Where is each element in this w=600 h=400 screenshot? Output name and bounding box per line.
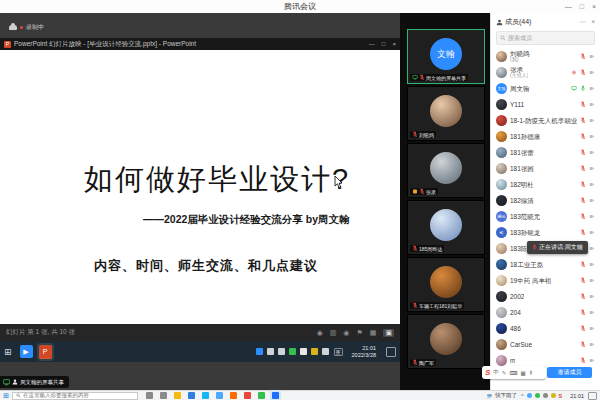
screen-share-icon [571, 85, 577, 92]
member-row[interactable]: Y111 [491, 96, 600, 112]
slideshow-control-icon[interactable]: ⚑ [356, 329, 362, 337]
member-row[interactable]: 486 [491, 320, 600, 336]
sogou-tool-icon[interactable]: 中 [493, 369, 499, 376]
panel-more-icon[interactable]: ⋯ [580, 18, 587, 26]
video-tile[interactable]: 185周晔达 [407, 200, 485, 255]
tray-icon[interactable] [551, 393, 556, 398]
avatar: 文翰 [496, 83, 507, 94]
presenter-start-icon[interactable]: ⊞ [4, 347, 12, 357]
invite-members-button[interactable]: 邀请成员 [547, 367, 592, 378]
edge-icon[interactable] [188, 392, 195, 399]
tray-icon[interactable] [322, 348, 329, 355]
member-row[interactable]: 铭183孙铭龙 [491, 224, 600, 240]
notification-center-icon[interactable] [588, 392, 597, 400]
avatar: 晓元 [496, 211, 507, 222]
tray-icon[interactable] [289, 348, 296, 355]
slideshow-control-icon[interactable]: ◉ [343, 329, 349, 337]
camera-off-icon [589, 197, 595, 204]
tray-icon[interactable] [311, 348, 318, 355]
slide-canvas[interactable]: 如何做好毕业设计? ——2022届毕业设计经验交流分享 by周文翰 内容、时间、… [0, 50, 400, 324]
member-row[interactable]: 204 [491, 304, 600, 320]
wechat-icon[interactable] [258, 392, 265, 399]
member-row[interactable]: 2002 [491, 288, 600, 304]
member-row[interactable]: 181孙德康 [491, 128, 600, 144]
member-search-input[interactable]: 搜索成员 [496, 31, 595, 45]
weather-widget[interactable]: 快下雨了 [486, 392, 517, 399]
avatar [496, 259, 507, 270]
mic-muted-icon [412, 131, 418, 138]
presenter-action-center-icon[interactable] [386, 347, 396, 357]
member-row[interactable]: 182徐清 [491, 192, 600, 208]
sogou-input-bar[interactable]: S 中✎⌨▦ [482, 366, 546, 379]
maximize-icon[interactable]: □ [580, 0, 584, 13]
sogou-tool-icon[interactable]: ⌨ [509, 370, 517, 376]
tile-name-label: 周文翰的屏幕共享 [410, 74, 468, 81]
powerpoint-icon: P [4, 41, 11, 48]
tray-icon[interactable] [300, 348, 307, 355]
slideshow-control-icon[interactable]: ▣ [383, 329, 394, 337]
member-row[interactable]: 182明杜 [491, 176, 600, 192]
ppt-restore-icon[interactable]: □ [382, 41, 386, 47]
video-tile[interactable]: 张承 [407, 143, 485, 198]
member-row[interactable]: 刘晓鸽(我) [491, 48, 600, 64]
tray-icon[interactable] [267, 348, 274, 355]
member-row[interactable]: 18工业王磊 [491, 256, 600, 272]
camera-off-icon [589, 277, 595, 284]
member-row[interactable]: 晓元183范晓元 [491, 208, 600, 224]
slideshow-status-bar: 幻灯片 第 1 张, 共 10 张 ◉▥◉⚑▦▣ [0, 324, 400, 341]
presenter-clock[interactable]: 21:01 2022/3/28 [352, 345, 376, 358]
slide-body-text: 内容、时间、师生交流、和几点建议 [94, 257, 318, 275]
close-icon[interactable]: × [592, 0, 596, 13]
tencent-meeting-icon[interactable] [272, 392, 279, 399]
member-status-icons [580, 165, 595, 172]
sogou-tray-icon[interactable]: S [559, 393, 563, 399]
file-explorer-icon[interactable] [174, 392, 181, 399]
netease-icon[interactable] [244, 392, 251, 399]
panel-close-icon[interactable]: × [591, 18, 595, 26]
member-row[interactable]: 文翰周文翰 [491, 80, 600, 96]
member-row[interactable]: 19中药 高丰祖 [491, 272, 600, 288]
slideshow-control-icon[interactable]: ◉ [317, 329, 323, 337]
sogou-tool-icon[interactable]: ✎ [502, 370, 507, 376]
sogou-tool-icon[interactable]: ▦ [520, 370, 525, 376]
avatar [430, 209, 462, 241]
slide-counter: 幻灯片 第 1 张, 共 10 张 [6, 328, 75, 337]
presenter-meeting-app-icon[interactable]: ▶ [20, 345, 33, 358]
video-tile[interactable]: 刘晓鸽 [407, 86, 485, 141]
member-row[interactable]: 181张园 [491, 160, 600, 176]
member-row[interactable]: 张承(主持人) [491, 64, 600, 80]
minimize-icon[interactable]: — [565, 0, 572, 13]
tray-chevron-icon[interactable]: ^ [521, 393, 524, 399]
taskbar-clock[interactable]: 21:01 [570, 393, 584, 399]
tray-icon[interactable] [543, 393, 548, 398]
slideshow-control-icon[interactable]: ▦ [370, 329, 377, 337]
tray-icon[interactable] [256, 348, 263, 355]
slide-title: 如何做好毕业设计? [84, 160, 350, 200]
tray-icon[interactable] [527, 393, 532, 398]
member-row[interactable]: 18-1-防疫无人机李朝业 [491, 112, 600, 128]
voice-input-icon[interactable] [529, 370, 533, 376]
member-status-icons [580, 133, 595, 140]
chrome-icon[interactable] [216, 392, 223, 399]
member-name: 182徐清 [510, 197, 534, 204]
firefox-icon[interactable] [230, 392, 237, 399]
video-tile[interactable]: 陶广军 [407, 314, 485, 369]
ppt-close-icon[interactable]: × [392, 41, 396, 47]
member-row[interactable]: 181张蕾 [491, 144, 600, 160]
member-name: 486 [510, 325, 521, 332]
member-row[interactable]: CarSue [491, 336, 600, 352]
presenter-powerpoint-app-icon[interactable]: P [39, 345, 52, 359]
task-view-icon[interactable] [160, 392, 167, 399]
tray-icon[interactable] [278, 348, 285, 355]
input-method-indicator[interactable]: 英 [334, 348, 343, 356]
taskbar-search-input[interactable]: 在这里输入你要搜索的内容 [12, 392, 138, 400]
cortana-icon[interactable] [146, 392, 153, 399]
tray-icon[interactable] [535, 393, 540, 398]
start-button-icon[interactable]: ⊞ [3, 391, 9, 400]
tile-name-label: 陶广军 [410, 359, 436, 366]
video-tile[interactable]: 文翰 周文翰的屏幕共享 [407, 29, 485, 84]
slideshow-control-icon[interactable]: ▥ [330, 329, 337, 337]
video-tile[interactable]: 车辆工程181刘聪华 [407, 257, 485, 312]
ppt-minimize-icon[interactable]: — [369, 41, 375, 47]
qq-icon[interactable] [202, 392, 209, 399]
